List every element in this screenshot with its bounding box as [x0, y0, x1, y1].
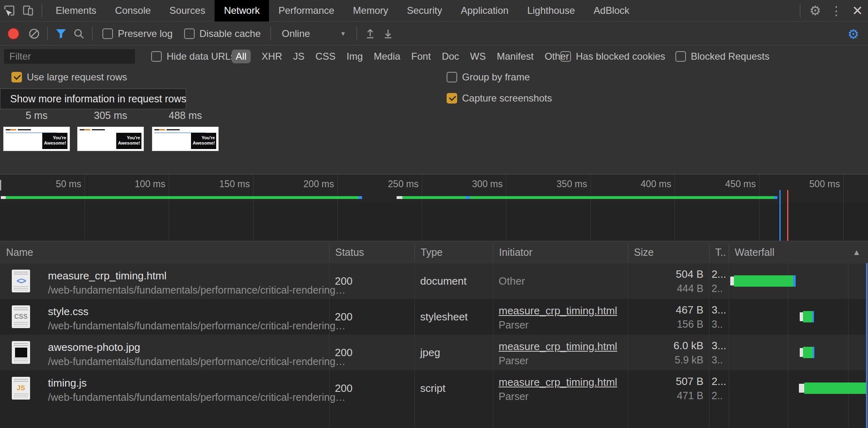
has-blocked-cookies-checkbox[interactable] [560, 51, 571, 62]
has-blocked-cookies-label[interactable]: Has blocked cookies [576, 51, 665, 62]
filter-type-ws[interactable]: WS [470, 51, 486, 62]
screenshot-frame[interactable]: 305 msYou'reAwesome! [78, 109, 143, 153]
tab-lighthouse[interactable]: Lighthouse [518, 0, 584, 22]
filter-type-manifest[interactable]: Manifest [497, 51, 534, 62]
column-divider[interactable] [493, 243, 493, 262]
column-header-time[interactable]: T.. [709, 241, 726, 264]
tab-memory[interactable]: Memory [344, 0, 398, 22]
filter-input[interactable] [4, 49, 135, 64]
initiator-link[interactable]: measure_crp_timing.html [499, 305, 617, 317]
search-icon[interactable] [70, 26, 88, 42]
network-overview-timeline[interactable]: 50 ms100 ms150 ms200 ms250 ms300 ms350 m… [0, 175, 868, 241]
filter-type-xhr[interactable]: XHR [262, 51, 282, 62]
preserve-log-checkbox-row[interactable]: Preserve log [102, 28, 173, 39]
screenshot-thumbnail[interactable]: You'reAwesome! [4, 127, 69, 151]
hide-data-urls-checkbox-row[interactable]: Hide data URLs [151, 46, 235, 67]
network-filter-bar: Hide data URLs AllXHRJSCSSImgMediaFontDo… [0, 46, 868, 67]
filter-type-css[interactable]: CSS [315, 51, 335, 62]
network-toolbar: Preserve log Disable cache Online ▼ ⚙ [0, 22, 868, 45]
column-header-waterfall[interactable]: Waterfall [729, 241, 775, 264]
preserve-log-checkbox[interactable] [102, 28, 113, 39]
column-divider[interactable] [628, 243, 628, 262]
network-settings-gear-icon[interactable]: ⚙ [844, 26, 862, 42]
capture-screenshots-label[interactable]: Capture screenshots [462, 93, 552, 104]
size-value: 507 B [628, 375, 703, 388]
filter-funnel-icon[interactable] [52, 26, 70, 42]
blocked-requests-label[interactable]: Blocked Requests [691, 51, 769, 62]
column-header-status[interactable]: Status [329, 241, 364, 264]
group-by-frame-label[interactable]: Group by frame [462, 71, 530, 83]
tab-application[interactable]: Application [451, 0, 518, 22]
tab-sources[interactable]: Sources [160, 0, 215, 22]
capture-screenshots-checkbox-row[interactable]: Capture screenshots [447, 88, 552, 108]
tab-security[interactable]: Security [397, 0, 451, 22]
more-menu-icon[interactable]: ⋮ [826, 2, 847, 19]
table-row[interactable]: CSS style.css /web-fundamentals/fundamen… [0, 299, 868, 335]
disable-cache-checkbox[interactable] [184, 28, 195, 39]
has-blocked-cookies-checkbox-row[interactable]: Has blocked cookies [560, 46, 665, 67]
tab-console[interactable]: Console [106, 0, 160, 22]
clear-icon[interactable] [25, 26, 43, 42]
column-header-name[interactable]: Name [0, 241, 33, 264]
close-icon[interactable]: × [847, 2, 868, 19]
table-row[interactable]: awesome-photo.jpg /web-fundamentals/fund… [0, 335, 868, 370]
column-divider[interactable] [414, 243, 415, 262]
tab-performance[interactable]: Performance [269, 0, 343, 22]
timeline-tick-label: 500 ms [791, 179, 840, 190]
import-har-icon[interactable] [361, 26, 379, 42]
screenshot-thumbnail[interactable]: You'reAwesome! [78, 127, 143, 151]
preserve-log-label[interactable]: Preserve log [118, 28, 173, 39]
settings-gear-icon[interactable]: ⚙ [805, 2, 826, 19]
column-header-type[interactable]: Type [414, 241, 443, 264]
export-har-icon[interactable] [379, 26, 397, 42]
throttling-dropdown[interactable]: Online ▼ [282, 28, 346, 39]
timeline-gridline [422, 175, 422, 241]
disable-cache-label[interactable]: Disable cache [200, 28, 261, 39]
filter-type-doc[interactable]: Doc [442, 51, 459, 62]
use-large-request-rows-checkbox-row[interactable]: Use large request rows [11, 67, 127, 87]
column-divider[interactable] [729, 243, 729, 262]
blocked-requests-checkbox-row[interactable]: Blocked Requests [675, 46, 769, 67]
filter-type-font[interactable]: Font [411, 51, 431, 62]
filter-type-media[interactable]: Media [374, 51, 400, 62]
inspect-icon[interactable] [0, 2, 19, 19]
use-large-request-rows-checkbox[interactable] [11, 72, 22, 82]
capture-screenshots-checkbox[interactable] [447, 93, 457, 104]
initiator-link[interactable]: measure_crp_timing.html [499, 340, 617, 353]
disable-cache-checkbox-row[interactable]: Disable cache [184, 28, 261, 39]
use-large-request-rows-label[interactable]: Use large request rows [27, 71, 127, 83]
timeline-tick-label: 350 ms [538, 179, 587, 190]
hide-data-urls-label[interactable]: Hide data URLs [167, 51, 235, 62]
type-cell: jpeg [420, 335, 440, 370]
filter-type-js[interactable]: JS [293, 51, 304, 62]
sort-ascending-icon[interactable]: ▲ [853, 241, 861, 264]
screenshot-frame[interactable]: 5 msYou'reAwesome! [4, 109, 69, 153]
devtools-window: ElementsConsoleSourcesNetworkPerformance… [0, 0, 868, 428]
group-by-frame-checkbox-row[interactable]: Group by frame [447, 67, 530, 87]
resource-type-filters: AllXHRJSCSSImgMediaFontDocWSManifestOthe… [232, 46, 569, 67]
screenshot-timestamp: 305 ms [78, 110, 143, 121]
filter-type-all[interactable]: All [232, 50, 251, 63]
screenshot-frame[interactable]: 488 msYou'reAwesome! [152, 109, 218, 153]
filter-type-img[interactable]: Img [347, 51, 363, 62]
devtools-tab-bar: ElementsConsoleSourcesNetworkPerformance… [0, 0, 868, 22]
column-header-size[interactable]: Size [628, 241, 654, 264]
initiator-link[interactable]: measure_crp_timing.html [499, 376, 617, 389]
group-by-frame-checkbox[interactable] [447, 72, 457, 82]
record-button[interactable] [8, 28, 19, 39]
column-divider[interactable] [329, 243, 330, 262]
overview-request-bar-download [774, 196, 777, 199]
document-file-icon: <> [12, 270, 30, 292]
tab-adblock[interactable]: AdBlock [584, 0, 639, 22]
blocked-requests-checkbox[interactable] [675, 51, 686, 62]
screenshot-thumbnail[interactable]: You'reAwesome! [152, 127, 218, 151]
table-row[interactable]: JS timing.js /web-fundamentals/fundament… [0, 370, 868, 406]
column-divider[interactable] [709, 243, 710, 262]
device-toolbar-icon[interactable] [19, 2, 37, 19]
hide-data-urls-checkbox[interactable] [151, 51, 162, 62]
throttling-value: Online [282, 28, 310, 39]
tab-elements[interactable]: Elements [46, 0, 106, 22]
tab-network[interactable]: Network [215, 0, 269, 22]
waterfall-bar-waiting [800, 348, 803, 357]
column-header-initiator[interactable]: Initiator [493, 241, 532, 264]
